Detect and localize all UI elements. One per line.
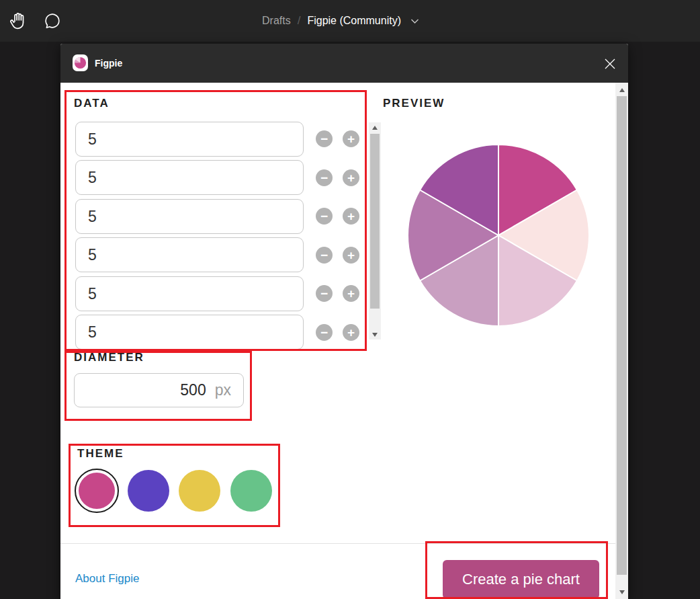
theme-section-label: THEME xyxy=(77,447,124,461)
diameter-field: px xyxy=(74,373,244,407)
figma-toolbar: Drafts / Figpie (Community) xyxy=(0,0,700,42)
data-section-label: DATA xyxy=(74,97,110,110)
create-pie-chart-button[interactable]: Create a pie chart xyxy=(443,560,599,599)
increment-button-6[interactable]: + xyxy=(343,324,359,341)
data-value-input-3[interactable] xyxy=(75,199,304,234)
decrement-button-3[interactable]: − xyxy=(316,208,333,225)
decrement-button-5[interactable]: − xyxy=(316,285,333,302)
figpie-logo-icon xyxy=(73,54,88,71)
plugin-title: Figpie xyxy=(95,58,122,69)
diameter-input[interactable] xyxy=(126,381,206,399)
data-value-input-2[interactable] xyxy=(75,160,304,195)
diameter-section-label: DIAMETER xyxy=(74,351,144,364)
data-value-input-1[interactable] xyxy=(75,122,304,157)
plugin-scrollbar-thumb[interactable] xyxy=(617,96,627,575)
data-value-input-4[interactable] xyxy=(75,237,304,272)
data-list-scrollbar[interactable] xyxy=(369,122,381,340)
close-icon[interactable] xyxy=(601,55,619,73)
about-figpie-link[interactable]: About Figpie xyxy=(75,572,139,586)
breadcrumb-file-title[interactable]: Figpie (Community) xyxy=(307,15,401,27)
data-value-input-5[interactable] xyxy=(75,276,304,311)
data-scrollbar-thumb[interactable] xyxy=(370,134,380,309)
footer-divider xyxy=(60,543,615,544)
comment-icon[interactable] xyxy=(42,10,63,32)
figpie-plugin-window: Figpie DATA − + − + − + − + − + − + PRE xyxy=(60,44,628,599)
scroll-down-icon[interactable] xyxy=(615,587,628,597)
hand-tool-icon[interactable] xyxy=(8,10,30,32)
diameter-unit-label: px xyxy=(215,381,231,399)
increment-button-5[interactable]: + xyxy=(343,285,359,302)
scroll-up-icon[interactable] xyxy=(615,85,628,95)
decrement-button-6[interactable]: − xyxy=(316,324,333,341)
breadcrumb: Drafts / Figpie (Community) xyxy=(262,0,419,42)
decrement-button-1[interactable]: − xyxy=(316,130,333,147)
increment-button-1[interactable]: + xyxy=(343,130,359,147)
theme-swatch-green[interactable] xyxy=(229,469,273,513)
theme-swatch-pink[interactable] xyxy=(75,469,119,513)
preview-section-label: PREVIEW xyxy=(383,97,445,110)
increment-button-2[interactable]: + xyxy=(343,169,359,186)
increment-button-4[interactable]: + xyxy=(343,247,359,264)
data-value-input-6[interactable] xyxy=(75,315,304,350)
plugin-scrollbar[interactable] xyxy=(615,83,628,599)
breadcrumb-separator: / xyxy=(298,14,301,28)
theme-swatch-purple[interactable] xyxy=(126,469,171,513)
plugin-header: Figpie xyxy=(60,44,628,83)
scroll-up-icon[interactable] xyxy=(369,122,381,132)
chevron-down-icon[interactable] xyxy=(410,18,419,24)
breadcrumb-folder[interactable]: Drafts xyxy=(262,15,291,27)
theme-swatch-yellow[interactable] xyxy=(177,469,222,513)
increment-button-3[interactable]: + xyxy=(343,208,359,225)
scroll-down-icon[interactable] xyxy=(369,329,381,340)
decrement-button-2[interactable]: − xyxy=(316,169,333,186)
pie-chart-preview xyxy=(406,143,591,328)
decrement-button-4[interactable]: − xyxy=(316,247,333,264)
plugin-body: DATA − + − + − + − + − + − + PREVIEW DIA… xyxy=(60,83,628,599)
